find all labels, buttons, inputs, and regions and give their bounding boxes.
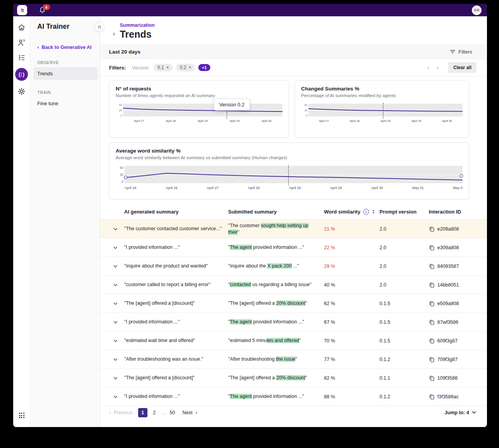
x-axis-labels: April 26April 26April 27April 28April 29… [125, 186, 463, 190]
filter-lines-icon [450, 49, 456, 54]
copy-icon[interactable] [429, 300, 435, 307]
expand-row-button[interactable] [113, 302, 118, 305]
info-icon[interactable]: i [363, 209, 369, 215]
jump-to-control[interactable]: Jump to: 4 [445, 410, 476, 415]
version-marker-line [383, 103, 383, 119]
submitted-summary-cell: "estimated 5 minutes and offered" [228, 337, 324, 344]
data-point-marker [124, 175, 128, 179]
copy-icon[interactable] [429, 282, 435, 288]
avatar[interactable]: CO [472, 5, 482, 15]
copy-icon[interactable] [429, 319, 435, 325]
copy-icon[interactable] [429, 394, 435, 400]
clear-all-button[interactable]: Clear all [448, 62, 476, 73]
more-filters-chip[interactable]: +1 [198, 64, 210, 71]
sort-icon[interactable] [372, 210, 375, 214]
expand-row-button[interactable] [113, 396, 118, 398]
page-button-50[interactable]: 50 [168, 408, 177, 417]
apps-launcher-button[interactable] [17, 411, 26, 420]
diff-highlight: X pack 200 [267, 263, 292, 269]
expand-row-button[interactable] [113, 321, 118, 324]
sidebar-item-settings[interactable] [17, 87, 26, 96]
filter-chip[interactable]: 0.2× [176, 64, 195, 71]
expand-row-button[interactable] [113, 358, 118, 361]
prompt-version-value: 0.1.5 [379, 301, 429, 306]
prompt-version-value: 0.1.1 [379, 375, 429, 381]
diff-highlight: The agent [230, 394, 251, 399]
close-icon[interactable]: × [166, 65, 169, 70]
previous-page-button[interactable]: ‹ Previous [109, 410, 133, 415]
changed-summaries-chart-card: Changed Summaries % Percentage of AI sum… [295, 80, 469, 138]
submitted-summary-cell: "contacted us regarding a billing issue" [228, 281, 324, 288]
col-interaction-id: Interaction ID [429, 209, 487, 215]
copy-icon[interactable] [429, 375, 435, 381]
chart-subtitle: Number of times agents requested an AI s… [116, 93, 282, 98]
page-ellipsis: ... [161, 410, 165, 415]
interaction-id-value: e509a808 [437, 301, 459, 306]
table-row: "estimated wait time and offered" "estim… [100, 331, 487, 350]
page-button-1[interactable]: 1 [138, 408, 147, 417]
back-icon[interactable]: ‹ [113, 30, 115, 37]
expand-row-button[interactable] [113, 377, 118, 380]
main-content: ‹ Summarization Trends Last 20 days [100, 16, 487, 427]
filter-chips: 0.1×0.2×+1 [154, 64, 210, 71]
copy-icon[interactable] [429, 356, 435, 363]
x-axis-labels: April 27April 28April 28April 29April 30 [308, 119, 463, 123]
screenshot-frame: t 8 CO [0, 0, 499, 448]
word-similarity-value: 77 % [324, 357, 379, 362]
version-marker-line [288, 165, 289, 186]
col-prompt-version: Prompt version [379, 209, 429, 215]
expand-row-button[interactable] [113, 228, 118, 231]
expand-row-button[interactable] [113, 340, 118, 342]
sidebar-item-support[interactable]: ? [17, 38, 26, 47]
notifications-button[interactable]: 8 [39, 7, 46, 14]
sidebar-item-home[interactable] [17, 23, 26, 32]
table-row: "The customer contacted customer service… [100, 219, 487, 238]
page-button-2[interactable]: 2 [150, 408, 159, 417]
x-axis-labels: April 27April 28April 29April 29April 30 [123, 119, 282, 123]
expand-row-button[interactable] [113, 284, 118, 287]
diff-highlight: The agent [230, 319, 251, 325]
data-point-marker [460, 174, 463, 178]
copy-icon[interactable] [429, 226, 435, 232]
section-label-train: TRAIN [37, 90, 96, 95]
diff-highlight: tes and offered [267, 338, 299, 343]
copy-icon[interactable] [429, 263, 435, 269]
copy-icon[interactable] [429, 338, 435, 344]
table-row: "The [agent] offered a [discount]" "The … [100, 368, 487, 387]
icon-rail: ? {} [13, 16, 30, 427]
chevron-left-icon: ‹ [109, 410, 111, 415]
chevron-down-icon [113, 247, 118, 249]
chevron-right-icon[interactable]: › [433, 64, 442, 71]
chevron-left-icon[interactable]: ‹ [424, 64, 433, 71]
back-to-generative-ai-link[interactable]: ‹ Back to Generative AI [37, 45, 96, 50]
submitted-summary-cell: "The [agent] offered a 20% discount" [228, 375, 324, 381]
prompt-version-value: 0.1.2 [379, 394, 429, 399]
chart-plot-area [308, 104, 463, 117]
submitted-summary-cell: "The agent provided information ..." [228, 319, 324, 325]
expand-row-button[interactable] [113, 265, 118, 268]
interaction-id-value: 87wf3586 [437, 320, 458, 325]
collapse-panel-button[interactable] [95, 22, 104, 32]
word-similarity-value: 62 % [324, 301, 379, 306]
expand-row-button[interactable] [113, 247, 118, 249]
submitted-summary-cell: "The agent provided information ..." [228, 244, 324, 250]
sidebar-item-trends[interactable]: Trends [33, 67, 97, 80]
next-page-button[interactable]: Next › [182, 410, 197, 415]
close-icon[interactable]: × [189, 65, 191, 70]
submitted-summary-cell: "The customer sought help setting up the… [228, 222, 324, 235]
filter-chip[interactable]: 0.1× [154, 64, 173, 71]
diff-highlight: 20% discount [276, 300, 305, 306]
sidebar-item-ai-trainer[interactable]: {} [15, 68, 28, 81]
interaction-id-value: e309a808 [437, 245, 459, 250]
sidebar-item-workflows[interactable] [17, 53, 26, 62]
chevron-left-icon: ‹ [37, 45, 39, 50]
filters-button[interactable]: Filters [450, 49, 472, 55]
breadcrumb[interactable]: Summarization [120, 23, 155, 28]
app-logo[interactable]: t [17, 5, 27, 15]
sidebar-item-fine-tune[interactable]: Fine tune [33, 97, 97, 110]
filters-label: Filters: [109, 65, 126, 71]
page-list: 12...50 [138, 408, 177, 417]
copy-icon[interactable] [429, 245, 435, 251]
y-axis-labels: 50250 [301, 104, 308, 117]
prompt-version-value: 0.1.5 [379, 320, 429, 325]
